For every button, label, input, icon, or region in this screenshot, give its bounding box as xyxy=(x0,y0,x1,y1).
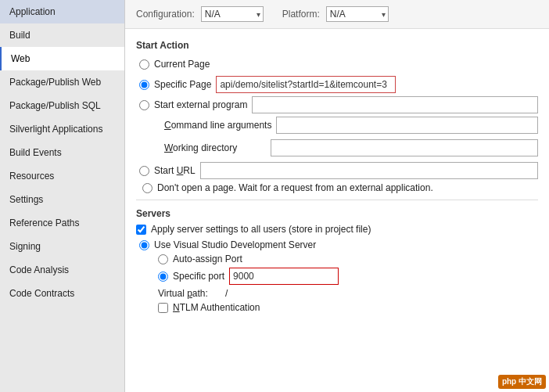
working-directory-label: Working directory xyxy=(164,142,266,153)
auto-assign-radio[interactable] xyxy=(158,254,168,264)
port-options: Auto-assign Port Specific port xyxy=(158,254,538,285)
vs-dev-label[interactable]: Use Visual Studio Development Server xyxy=(154,239,316,250)
ntlm-checkbox[interactable] xyxy=(158,303,168,313)
app-container: Application Build Web Package/Publish We… xyxy=(0,0,549,392)
dont-open-radio[interactable] xyxy=(142,183,152,193)
specific-page-label[interactable]: Specific Page xyxy=(154,79,211,90)
specific-port-input[interactable] xyxy=(229,268,339,285)
configuration-label: Configuration: xyxy=(136,9,195,20)
start-url-row: Start URL xyxy=(139,162,538,179)
sidebar-item-application[interactable]: Application xyxy=(0,0,124,23)
sidebar-item-package-publish-web[interactable]: Package/Publish Web xyxy=(0,70,124,94)
sidebar-item-build-events[interactable]: Build Events xyxy=(0,141,124,164)
virtual-path-value: / xyxy=(225,288,228,299)
use-vs-dev-row: Use Visual Studio Development Server xyxy=(139,239,538,250)
sidebar-item-signing[interactable]: Signing xyxy=(0,235,124,258)
content-area: Start Action Current Page Specific Page … xyxy=(125,29,549,392)
ntlm-row: NTLM Authentication xyxy=(158,302,538,313)
sidebar-item-reference-paths[interactable]: Reference Paths xyxy=(0,211,124,235)
sidebar-item-build[interactable]: Build xyxy=(0,23,124,47)
specific-page-radio[interactable] xyxy=(139,80,149,90)
start-action-header: Start Action xyxy=(136,40,538,51)
working-directory-input[interactable] xyxy=(271,139,538,156)
dont-open-label[interactable]: Don't open a page. Wait for a request fr… xyxy=(157,182,433,193)
auto-assign-row: Auto-assign Port xyxy=(158,254,538,264)
specific-port-radio[interactable] xyxy=(158,272,168,282)
section-divider xyxy=(136,200,538,200)
specific-port-row: Specific port xyxy=(158,268,538,285)
dont-open-row: Don't open a page. Wait for a request fr… xyxy=(142,182,538,193)
servers-section: Servers Apply server settings to all use… xyxy=(136,208,538,313)
start-url-input[interactable] xyxy=(200,162,538,179)
current-page-row: Current Page xyxy=(139,56,538,73)
config-bar: Configuration: N/A Platform: N/A xyxy=(125,0,549,29)
current-page-radio[interactable] xyxy=(139,59,149,70)
configuration-select[interactable]: N/A xyxy=(201,6,264,22)
sidebar-item-resources[interactable]: Resources xyxy=(0,164,124,188)
servers-header: Servers xyxy=(136,208,538,219)
platform-select[interactable]: N/A xyxy=(326,6,389,22)
sidebar-item-code-contracts[interactable]: Code Contracts xyxy=(0,282,124,305)
sidebar-item-silverlight-applications[interactable]: Silverlight Applications xyxy=(0,117,124,141)
platform-label: Platform: xyxy=(282,9,320,20)
virtual-path-row: Virtual path: / xyxy=(158,288,538,299)
sidebar-item-settings[interactable]: Settings xyxy=(0,188,124,211)
platform-select-wrapper: N/A xyxy=(326,6,389,22)
sidebar: Application Build Web Package/Publish We… xyxy=(0,0,125,392)
specific-page-input[interactable] xyxy=(216,76,396,93)
current-page-label[interactable]: Current Page xyxy=(154,59,210,70)
start-action-group: Current Page Specific Page Start externa… xyxy=(139,56,538,193)
working-directory-row: Working directory xyxy=(164,139,538,156)
vs-dev-radio[interactable] xyxy=(139,240,149,250)
php-logo: php 中文网 xyxy=(498,375,546,389)
start-url-label[interactable]: Start URL xyxy=(154,165,196,176)
main-content: Configuration: N/A Platform: N/A Start A… xyxy=(125,0,549,392)
apply-server-label[interactable]: Apply server settings to all users (stor… xyxy=(151,224,371,235)
ntlm-label[interactable]: NTLM Authentication xyxy=(173,302,260,313)
command-line-row: Command line arguments xyxy=(164,117,538,134)
sidebar-item-code-analysis[interactable]: Code Analysis xyxy=(0,258,124,282)
specific-page-row: Specific Page xyxy=(139,76,538,93)
virtual-path-label: Virtual path: xyxy=(158,288,221,299)
sidebar-item-web[interactable]: Web xyxy=(0,47,124,70)
start-external-input[interactable] xyxy=(252,96,538,113)
start-external-radio[interactable] xyxy=(139,100,149,110)
start-url-radio[interactable] xyxy=(139,166,149,176)
start-external-row: Start external program xyxy=(139,96,538,113)
start-external-label[interactable]: Start external program xyxy=(154,99,247,110)
apply-server-row: Apply server settings to all users (stor… xyxy=(136,224,538,235)
specific-port-label[interactable]: Specific port xyxy=(173,271,224,282)
sidebar-item-package-publish-sql[interactable]: Package/Publish SQL xyxy=(0,94,124,117)
command-line-input[interactable] xyxy=(276,117,538,134)
auto-assign-label[interactable]: Auto-assign Port xyxy=(173,254,242,264)
apply-server-checkbox[interactable] xyxy=(136,225,146,235)
configuration-select-wrapper: N/A xyxy=(201,6,264,22)
command-line-label: Command line arguments xyxy=(164,120,271,131)
